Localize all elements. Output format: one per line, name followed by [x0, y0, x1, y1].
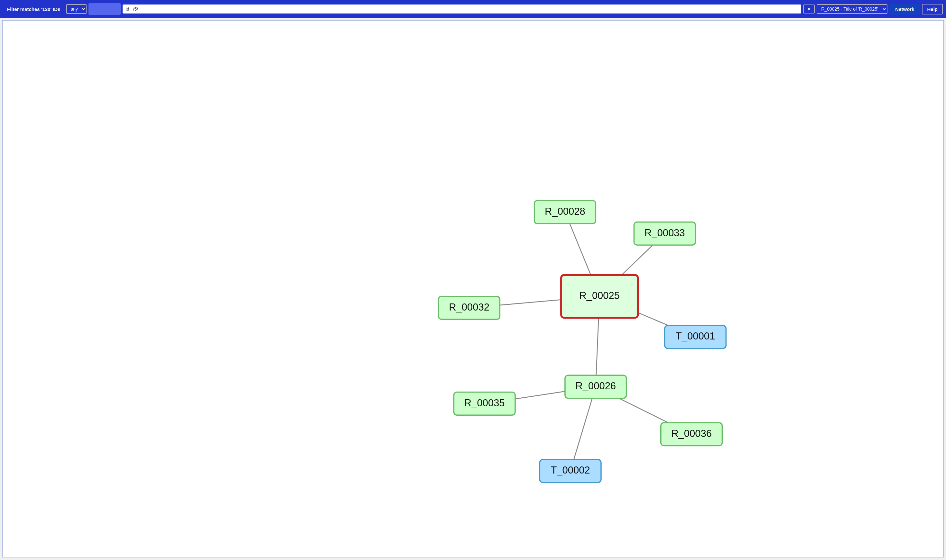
- node-R_00033[interactable]: R_00033: [634, 222, 695, 245]
- node-label-R_00033: R_00033: [645, 227, 685, 238]
- search-input[interactable]: [123, 5, 801, 14]
- node-R_00025[interactable]: R_00025: [561, 275, 638, 318]
- node-R_00028[interactable]: R_00028: [534, 201, 596, 223]
- node-label-R_00035: R_00035: [464, 397, 505, 409]
- any-select[interactable]: any: [66, 4, 86, 14]
- node-R_00036[interactable]: R_00036: [661, 423, 722, 446]
- node-R_00035[interactable]: R_00035: [454, 392, 515, 415]
- network-button[interactable]: Network: [889, 4, 920, 14]
- filter-label: Filter matches '120' IDs: [3, 5, 64, 14]
- canvas-area[interactable]: R_00028R_00033R_00032R_00025T_00001R_000…: [2, 20, 944, 557]
- edge-R_00026-T_00002: [571, 387, 596, 471]
- node-label-T_00001: T_00001: [676, 331, 715, 342]
- node-select[interactable]: R_00025 - Title of 'R_00025': [816, 4, 887, 14]
- node-label-R_00036: R_00036: [671, 428, 712, 439]
- node-label-T_00002: T_00002: [551, 465, 590, 476]
- node-R_00026[interactable]: R_00026: [565, 375, 627, 398]
- node-label-R_00026: R_00026: [575, 380, 616, 392]
- node-T_00001[interactable]: T_00001: [665, 325, 726, 348]
- toolbar: Filter matches '120' IDs any ✕ R_00025 -…: [0, 0, 946, 18]
- node-R_00032[interactable]: R_00032: [438, 296, 500, 319]
- node-label-R_00028: R_00028: [545, 206, 585, 217]
- node-T_00002[interactable]: T_00002: [540, 459, 601, 482]
- clear-button[interactable]: ✕: [803, 5, 815, 14]
- network-graph: R_00028R_00033R_00032R_00025T_00001R_000…: [3, 21, 943, 557]
- node-label-R_00032: R_00032: [449, 302, 489, 313]
- node-label-R_00025: R_00025: [579, 290, 620, 301]
- color-box: [88, 3, 121, 15]
- help-button[interactable]: Help: [922, 4, 943, 14]
